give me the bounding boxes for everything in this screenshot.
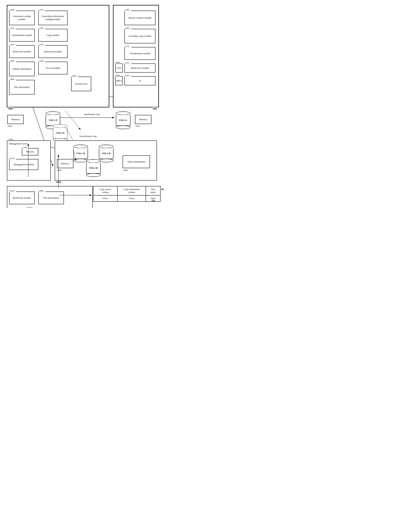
label-240l: 240L ⌐ bbox=[125, 27, 131, 29]
label-100p: 100P ⌐ bbox=[72, 75, 78, 77]
primary-host: Primary host bbox=[71, 77, 91, 91]
label-235p: 235P ⌐ bbox=[10, 44, 16, 45]
remote-storage-container: VOL1-R VOL3-R VOL2-R Memory 230R ⌐ bbox=[55, 140, 157, 180]
label-246p: 246P ⌐ bbox=[10, 60, 16, 62]
primary-access-module: Access module bbox=[38, 62, 68, 74]
status-information: Status information bbox=[123, 155, 150, 168]
sync-copy-label: Synchronous copy bbox=[84, 113, 100, 116]
label-248p: 248P ⌐ bbox=[10, 78, 16, 80]
primary-pair-info: Pair information bbox=[9, 80, 35, 94]
bcp-col-dest: VOL2 bbox=[118, 195, 146, 202]
label-200p: 200P bbox=[8, 107, 13, 110]
vol3p-top bbox=[53, 124, 68, 128]
bcp-col-source: VOL1 bbox=[93, 195, 118, 202]
vol3r-cylinder: VOL3-R bbox=[99, 145, 114, 163]
diagram: Generation setting module 236P ⌐ Generat… bbox=[4, 4, 161, 204]
vol2r-cylinder: VOL2-R bbox=[86, 159, 101, 177]
generation-info-sending-module: Generation information sending module bbox=[38, 11, 68, 25]
vol1r-top bbox=[73, 145, 88, 148]
label-bmb: -BMB bbox=[115, 62, 120, 64]
primary-memory: Memory bbox=[7, 115, 24, 124]
label-235r: 235R ⌐ bbox=[10, 190, 16, 192]
management-module: Management module bbox=[9, 159, 38, 170]
vol2r-bottom bbox=[86, 173, 101, 177]
label-230l: 230L ⌐ bbox=[135, 125, 142, 127]
vol3r-top bbox=[99, 145, 114, 148]
bmb-box: 232L bbox=[115, 63, 123, 73]
label-200l: 200L bbox=[152, 107, 158, 110]
local-copy-module: Read/write module bbox=[124, 63, 155, 73]
label-234p: 234P ⌐ bbox=[39, 60, 45, 62]
label-230p: 230P ⌐ bbox=[7, 125, 14, 127]
bcp-table: Copy source volume Copy destination volu… bbox=[93, 186, 161, 202]
vol1l-body: VOL1-L bbox=[116, 115, 131, 126]
vol1l-top bbox=[116, 111, 131, 115]
local-storage-container: History creation module 238L ⌐ Secondary… bbox=[113, 5, 159, 107]
bcp-row-1: VOL1 VOL2 Split bbox=[93, 195, 160, 202]
primary-copy-module: Copy module bbox=[38, 29, 68, 42]
vol3r-body: VOL3-R bbox=[99, 148, 114, 159]
bcp-table-container: Copy source volume Copy destination volu… bbox=[93, 186, 161, 202]
remote-rw-module: Read/write module bbox=[9, 192, 35, 204]
label-280r: 280R bbox=[123, 169, 128, 171]
management-server-label: Management server bbox=[9, 142, 28, 145]
vol1l-cylinder: VOL1-L bbox=[116, 111, 131, 130]
svg-line-5 bbox=[66, 111, 80, 130]
label-233p: 233P ⌐ bbox=[39, 44, 45, 45]
secondary-copy-module: Secondary copy module bbox=[124, 29, 155, 44]
label-242br: 242bR ⌐ bbox=[26, 207, 34, 208]
primary-virtualization-module: Virtualization module bbox=[9, 29, 35, 42]
label-232l: 232L ⌐ bbox=[125, 62, 131, 64]
label-116p: 116P ⌐ bbox=[10, 157, 16, 159]
vol1l-bottom bbox=[116, 125, 131, 129]
primary-instruction-module: Instruction module bbox=[38, 45, 68, 58]
primary-rw-module: Read/write module bbox=[9, 45, 35, 58]
vol2r-body: VOL2-R bbox=[86, 163, 101, 174]
bcp-header-dest: Copy destination volume bbox=[118, 186, 146, 195]
bcp-header-status: Pair status bbox=[146, 186, 160, 195]
generation-setting-module: Generation setting module bbox=[9, 11, 35, 25]
label-235l: 235L ⌐ bbox=[125, 74, 131, 77]
svg-line-11 bbox=[74, 151, 76, 161]
label-237p: 237P ⌐ bbox=[39, 9, 45, 11]
vol3r-bottom bbox=[99, 159, 114, 162]
label-232p: 232P ⌐ bbox=[39, 27, 45, 29]
label-231p: 231P ⌐ bbox=[10, 27, 16, 29]
local-virtualization-module: Virtualization module bbox=[124, 47, 155, 60]
primary-volume-info: Volume information bbox=[9, 62, 35, 76]
local-rw-module: B bbox=[124, 76, 155, 85]
label-248r: 248R ⌐ bbox=[39, 190, 45, 192]
vol2r-top bbox=[86, 159, 101, 163]
bcp-label: BCP bbox=[161, 188, 164, 191]
vol1p-top bbox=[45, 111, 60, 115]
bcp-header-source: Copy source volume bbox=[93, 186, 118, 195]
diagram-label: 10b bbox=[151, 200, 155, 202]
label-110p: 110P ⌐ bbox=[8, 138, 15, 140]
label-231l: 231L ⌐ bbox=[125, 45, 131, 47]
history-creation-module: History creation module bbox=[124, 11, 155, 25]
primary-storage-container: Generation setting module 236P ⌐ Generat… bbox=[7, 5, 109, 107]
label-236p: 236P ⌐ bbox=[10, 9, 16, 11]
local-memory: Memory bbox=[135, 115, 151, 124]
label-238l: 238L ⌐ bbox=[125, 9, 131, 11]
label-bma: -BMA bbox=[115, 74, 120, 76]
bma-box: BMA bbox=[115, 76, 123, 85]
